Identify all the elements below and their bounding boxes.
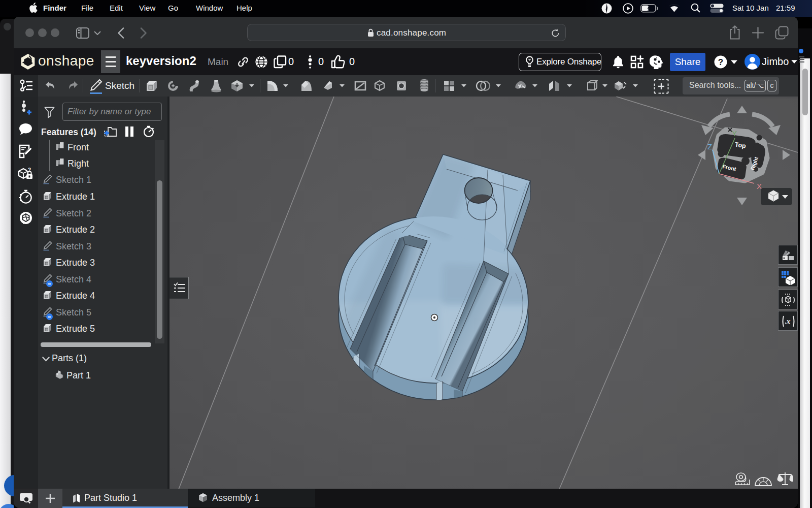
svg-text:Z: Z <box>707 142 712 151</box>
svg-text:?: ? <box>718 57 723 67</box>
svg-text:Y: Y <box>732 129 737 138</box>
svg-text:x: x <box>786 317 791 326</box>
svg-text:X: X <box>757 182 762 190</box>
